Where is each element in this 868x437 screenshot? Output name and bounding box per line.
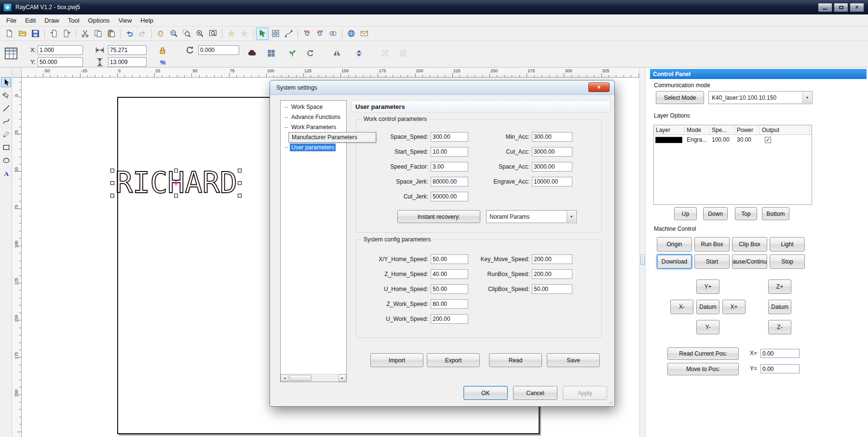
group-disabled-icon[interactable] bbox=[379, 47, 391, 59]
light-button[interactable]: Light bbox=[770, 237, 805, 252]
weld-icon[interactable] bbox=[245, 47, 258, 59]
field-input[interactable] bbox=[532, 132, 572, 142]
node-edit-tool-icon[interactable] bbox=[1, 90, 11, 100]
menu-tool[interactable]: Tool bbox=[64, 14, 84, 26]
pen-tool-icon[interactable] bbox=[1, 129, 11, 139]
jog-z-minus-button[interactable]: Z- bbox=[768, 320, 791, 334]
scroll-left-button[interactable]: ◄ bbox=[281, 374, 288, 382]
zoom-in-icon[interactable] bbox=[193, 27, 206, 40]
line-tool-icon[interactable] bbox=[1, 103, 11, 113]
preview-path-icon[interactable] bbox=[225, 27, 237, 40]
position-x-input[interactable] bbox=[760, 349, 800, 358]
width-input[interactable] bbox=[108, 45, 147, 55]
run-box-button[interactable]: Run Box bbox=[694, 237, 730, 252]
selection-handle[interactable] bbox=[174, 194, 178, 198]
pan-hand-icon[interactable] bbox=[154, 27, 167, 40]
minimize-button[interactable] bbox=[818, 3, 832, 12]
y-coordinate-input[interactable] bbox=[38, 57, 83, 67]
select-mode-button[interactable]: Select Mode bbox=[656, 91, 704, 104]
position-y-input[interactable] bbox=[760, 364, 800, 373]
rotate-text-ccw-icon[interactable]: O bbox=[300, 27, 313, 40]
array-icon[interactable] bbox=[265, 47, 277, 59]
menu-options[interactable]: Options bbox=[84, 14, 114, 26]
send-job-icon[interactable] bbox=[358, 27, 370, 40]
tree-item[interactable]: Advance Functions bbox=[282, 112, 342, 122]
weld-small-icon[interactable] bbox=[326, 27, 339, 40]
menu-edit[interactable]: Edit bbox=[21, 14, 40, 26]
ok-button[interactable]: OK bbox=[463, 386, 508, 400]
stop-button[interactable]: Stop bbox=[770, 254, 805, 269]
nest-icon[interactable] bbox=[286, 47, 298, 59]
jog-z-datum-button[interactable]: Datum bbox=[768, 300, 791, 314]
grid-settings-icon[interactable] bbox=[4, 46, 18, 61]
jog-datum-button[interactable]: Datum bbox=[696, 300, 719, 314]
x-coordinate-input[interactable] bbox=[38, 45, 83, 55]
rectangle-tool-icon[interactable] bbox=[1, 142, 11, 152]
origin-button[interactable]: Origin bbox=[657, 237, 692, 252]
field-input[interactable] bbox=[532, 162, 572, 172]
preview-fast-icon[interactable] bbox=[238, 27, 250, 40]
export-icon[interactable] bbox=[60, 27, 73, 40]
dialog-resize-grip[interactable] bbox=[607, 398, 613, 405]
tree-item[interactable]: User parameters bbox=[282, 143, 336, 152]
pick-tool-icon[interactable] bbox=[256, 27, 269, 40]
menu-file[interactable]: File bbox=[2, 14, 21, 26]
close-button[interactable]: × bbox=[850, 3, 864, 12]
download-button[interactable]: Download bbox=[657, 254, 692, 269]
field-input[interactable] bbox=[532, 269, 572, 279]
mirror-v-icon[interactable] bbox=[353, 47, 365, 59]
lock-ratio-icon[interactable] bbox=[158, 45, 167, 56]
cut-icon[interactable] bbox=[79, 27, 91, 40]
cut-order-icon[interactable] bbox=[282, 27, 295, 40]
layer-output-checkbox[interactable]: ✓ bbox=[765, 137, 771, 143]
redo-icon[interactable] bbox=[136, 27, 149, 40]
layer-down-button[interactable]: Down bbox=[703, 207, 728, 220]
undo-icon[interactable] bbox=[123, 27, 136, 40]
scroll-right-button[interactable]: ► bbox=[339, 374, 346, 382]
scroll-thumb[interactable] bbox=[289, 375, 312, 381]
zoom-out-icon[interactable] bbox=[167, 27, 180, 40]
mirror-h-icon[interactable] bbox=[330, 47, 343, 59]
selection-handle[interactable] bbox=[238, 169, 242, 172]
rotate-ccw-icon[interactable] bbox=[304, 47, 316, 59]
read-current-pos-button[interactable]: Read Current Pos: bbox=[667, 347, 739, 360]
field-input[interactable] bbox=[532, 284, 572, 294]
field-input[interactable] bbox=[532, 177, 572, 186]
tree-horizontal-scrollbar[interactable]: ◄ ► bbox=[281, 374, 346, 382]
jog-x-plus-button[interactable]: X+ bbox=[722, 300, 746, 314]
selection-handle[interactable] bbox=[110, 169, 114, 172]
paste-icon[interactable] bbox=[105, 27, 117, 40]
field-input[interactable] bbox=[532, 254, 572, 264]
network-icon[interactable] bbox=[345, 27, 357, 40]
clip-box-button[interactable]: Clip Box bbox=[732, 237, 767, 252]
device-dropdown[interactable]: K40_laser:10.100.10.150 ▼ bbox=[708, 91, 813, 104]
menu-view[interactable]: View bbox=[114, 14, 136, 26]
selection-handle[interactable] bbox=[174, 169, 178, 172]
rotate-angle-input[interactable] bbox=[198, 45, 239, 55]
tree-item-tooltip[interactable]: Manufacturer Parameters bbox=[288, 132, 376, 143]
save-file-icon[interactable] bbox=[29, 27, 41, 40]
tree-item[interactable]: Work Space bbox=[282, 102, 324, 112]
save-button[interactable]: Save bbox=[547, 353, 600, 367]
rotate-icon[interactable] bbox=[185, 45, 195, 55]
maximize-button[interactable] bbox=[834, 3, 848, 12]
new-file-icon[interactable] bbox=[3, 27, 15, 40]
percent-scale-label[interactable]: % bbox=[160, 59, 166, 66]
jog-x-minus-button[interactable]: X- bbox=[670, 300, 693, 314]
selection-handle[interactable] bbox=[110, 194, 114, 198]
field-input[interactable] bbox=[431, 314, 468, 324]
menu-help[interactable]: Help bbox=[136, 14, 158, 26]
import-icon[interactable] bbox=[47, 27, 60, 40]
layer-color-swatch[interactable] bbox=[655, 137, 682, 143]
instant-recovery-button[interactable]: Instant recovery: bbox=[397, 210, 480, 223]
layer-table[interactable]: LayerModeSpe...PowerOutput Engra...100.0… bbox=[653, 125, 812, 205]
select-tool-icon[interactable] bbox=[1, 77, 11, 87]
layer-row[interactable]: Engra...100.0030.00✓ bbox=[654, 135, 812, 145]
start-button[interactable]: Start bbox=[694, 254, 730, 269]
splitter-grip[interactable] bbox=[640, 254, 645, 265]
open-file-icon[interactable] bbox=[16, 27, 28, 40]
read-button[interactable]: Read bbox=[489, 353, 542, 367]
text-tool-icon[interactable]: A bbox=[1, 168, 11, 178]
ause-continu-button[interactable]: ause/Continu bbox=[732, 254, 767, 269]
panel-splitter[interactable] bbox=[639, 67, 646, 437]
